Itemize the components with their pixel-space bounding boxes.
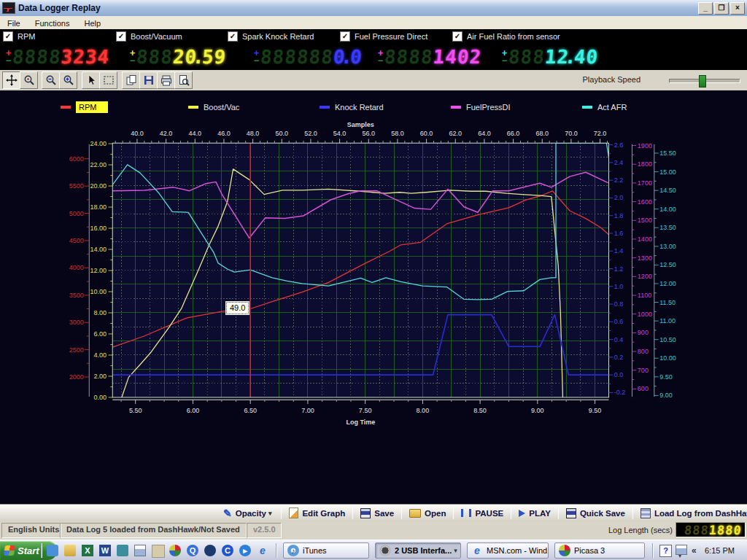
svg-text:56.0: 56.0	[362, 130, 375, 137]
zoom-out-button[interactable]	[42, 71, 60, 89]
svg-text:Log Time: Log Time	[346, 419, 375, 426]
svg-text:0.8: 0.8	[614, 300, 624, 308]
edit-graph-button[interactable]: Edit Graph	[283, 506, 351, 520]
channel-checkbox-label: Spark Knock Retard	[242, 32, 314, 41]
svg-text:6000: 6000	[69, 155, 84, 163]
pointer-tool-icon	[85, 74, 97, 86]
task-label: 2 USB Interfa...	[395, 546, 452, 555]
svg-text:12.00: 12.00	[659, 280, 676, 287]
svg-text:13.00: 13.00	[659, 243, 676, 250]
minimize-icon[interactable]: _	[698, 2, 713, 15]
opacity-button[interactable]: ✎Opacity▾	[217, 508, 279, 519]
save-chart-button[interactable]	[139, 71, 158, 89]
cursor-value-tooltip: 49.0	[226, 302, 249, 314]
svg-text:42.0: 42.0	[160, 130, 173, 137]
quick-save-button[interactable]: Quick Save	[560, 507, 631, 520]
button-label: PLAY	[529, 509, 551, 518]
menu-bar: FileFunctionsHelp	[0, 16, 747, 30]
legend-item-knock-retard[interactable]: Knock Retard	[320, 101, 384, 114]
svg-text:12.00: 12.00	[90, 267, 107, 274]
globe-icon[interactable]	[204, 545, 216, 556]
legend-item-boost-vac[interactable]: Boost/Vac	[188, 101, 239, 114]
excel-icon[interactable]: X	[82, 545, 93, 556]
picasa-icon[interactable]	[169, 545, 181, 556]
legend-swatch	[188, 106, 198, 109]
window-tray-icon[interactable]	[676, 545, 687, 555]
channel-display-row: +−88883234+−88820.59+−8888880.0+−8888140…	[0, 44, 747, 70]
c-icon[interactable]: C	[222, 545, 233, 556]
chevron-down-icon[interactable]: ▾	[266, 510, 274, 517]
svg-text:10.00: 10.00	[659, 354, 676, 362]
dynamic-zoom-button[interactable]	[20, 71, 38, 89]
legend-item-rpm[interactable]: RPM	[61, 101, 108, 114]
svg-text:68.0: 68.0	[535, 130, 549, 137]
svg-text:8.00: 8.00	[417, 407, 430, 414]
svg-text:1.8: 1.8	[614, 212, 624, 219]
seven-segment-readout: 88812.40	[508, 46, 600, 68]
chart-plot[interactable]: Samples40.042.044.046.048.050.052.054.05…	[0, 90, 747, 504]
svg-text:7.00: 7.00	[301, 407, 314, 414]
legend-item-fuelpressdi[interactable]: FuelPressDI	[451, 101, 511, 114]
display-ghost-digits: 888	[508, 46, 546, 68]
quicktime-icon[interactable]: Q	[187, 545, 198, 556]
ie-icon: e	[471, 545, 483, 556]
task-button-picasa-3[interactable]: Picasa 3	[554, 542, 645, 559]
pause-button[interactable]: PAUSE	[455, 508, 509, 519]
legend-item-act-afr[interactable]: Act AFR	[582, 101, 627, 114]
checkbox-checked-icon[interactable]: ✓	[228, 31, 238, 42]
menu-functions[interactable]: Functions	[28, 18, 77, 29]
channel-toggle-3: ✓Fuel Pressure Direct	[340, 31, 427, 42]
seven-segment-readout: 88881402	[384, 46, 483, 68]
checkbox-checked-icon[interactable]: ✓	[340, 31, 350, 42]
channel-checkbox-row: ✓RPM✓Boost/Vacuum✓Spark Knock Retard✓Fue…	[0, 29, 747, 44]
word-icon[interactable]: W	[99, 545, 111, 556]
task-button-2-usb-interfa-[interactable]: 2 USB Interfa...▾	[375, 542, 461, 559]
svg-text:0.2: 0.2	[614, 354, 624, 361]
menu-help[interactable]: Help	[77, 18, 108, 29]
open-button[interactable]: Open	[403, 508, 452, 519]
button-label: Edit Graph	[302, 509, 345, 518]
help-tray-icon[interactable]: ?	[659, 545, 672, 557]
log-length-label: Log Length (secs)	[608, 526, 673, 534]
ie-icon[interactable]: e	[257, 545, 268, 556]
checkbox-checked-icon[interactable]: ✓	[452, 31, 462, 42]
restore-icon[interactable]: ❐	[714, 2, 729, 15]
channel-toggle-4: ✓Air Fuel Ratio from sensor	[452, 31, 560, 42]
checkbox-checked-icon[interactable]: ✓	[116, 31, 126, 42]
folder-icon[interactable]	[64, 545, 76, 556]
usb-icon	[379, 545, 391, 556]
pan-tool-button[interactable]	[2, 71, 20, 89]
load-log-from-dashhawk-button[interactable]: Load Log from DashHawk	[635, 507, 747, 520]
print-button[interactable]	[157, 71, 175, 89]
copy-button[interactable]	[122, 71, 140, 89]
menu-file[interactable]: File	[0, 18, 28, 29]
tray-collapse-button[interactable]: «	[692, 545, 697, 556]
toolbar-separator	[401, 508, 402, 519]
display-ghost-digits: 888888	[260, 46, 335, 68]
player-icon[interactable]: ▸	[239, 545, 251, 556]
chart-toolbar: Playback Speed	[0, 70, 747, 91]
task-button-msn-com-wind-[interactable]: eMSN.com - Wind...	[467, 542, 549, 559]
svg-text:0.0: 0.0	[614, 371, 624, 378]
pan-tool-icon	[6, 74, 18, 86]
playback-speed-label: Playback Speed	[583, 75, 641, 84]
play-button[interactable]: PLAY	[513, 508, 557, 519]
svg-text:20.00: 20.00	[90, 182, 107, 190]
svg-text:46.0: 46.0	[217, 130, 231, 137]
notes-icon[interactable]	[152, 545, 165, 558]
pointer-tool-button[interactable]	[82, 71, 100, 89]
media-icon[interactable]	[117, 545, 128, 556]
copy-icon	[125, 74, 137, 86]
select-region-button[interactable]	[99, 71, 117, 89]
messenger-icon[interactable]	[47, 545, 58, 556]
close-icon[interactable]: ×	[730, 2, 745, 15]
print-preview-button[interactable]	[174, 71, 193, 89]
zoom-in-button[interactable]	[59, 71, 77, 89]
checkbox-checked-icon[interactable]: ✓	[3, 31, 13, 42]
playback-speed-slider[interactable]	[669, 79, 740, 83]
save-button[interactable]: Save	[355, 507, 400, 520]
task-button-itunes[interactable]: ♪iTunes	[283, 542, 369, 559]
svg-text:64.0: 64.0	[478, 130, 491, 137]
playback-speed-thumb[interactable]	[699, 75, 706, 88]
window-icon[interactable]	[134, 545, 146, 556]
